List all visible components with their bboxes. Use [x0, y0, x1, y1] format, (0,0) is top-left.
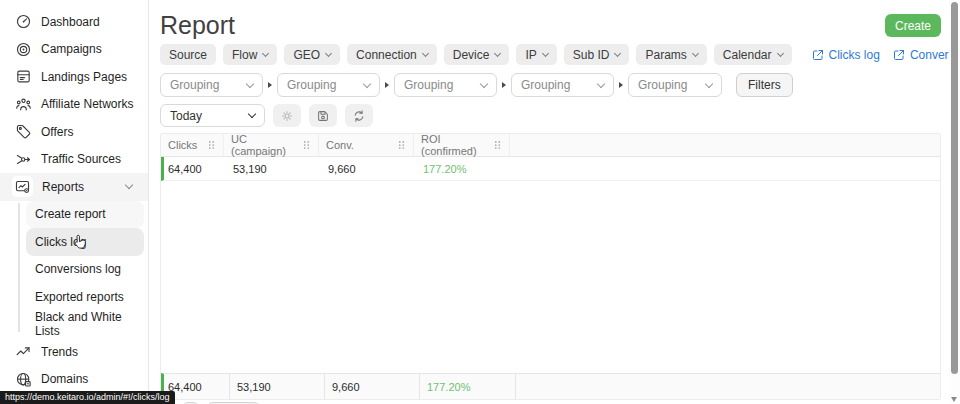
chevron-down-icon [692, 49, 699, 56]
table-row[interactable]: 64,400 53,190 9,660 177.20% [161, 157, 940, 181]
save-report-button[interactable] [309, 104, 337, 127]
sidebar-item-label: Landings Pages [41, 70, 127, 84]
sidebar-item-clicks-log[interactable]: Clicks log [26, 228, 144, 256]
chip-label: IP [525, 48, 536, 62]
sidebar-item-black-white-lists[interactable]: Black and White Lists [26, 311, 144, 339]
drag-handle-icon[interactable] [303, 140, 310, 150]
sidebar-item-campaigns[interactable]: Campaigns [0, 36, 148, 64]
sidebar-item-dashboard[interactable]: Dashboard [0, 8, 148, 36]
create-button[interactable]: Create [885, 14, 941, 37]
column-label: ROI (confirmed) [421, 133, 494, 157]
sidebar-item-traffic-sources[interactable]: Traffic Sources [0, 146, 148, 174]
sidebar-item-trends[interactable]: Trends [0, 338, 148, 366]
drag-handle-icon[interactable] [494, 140, 501, 150]
chevron-down-icon [363, 79, 371, 87]
chevron-down-icon [125, 181, 133, 189]
dashboard-icon [14, 13, 32, 31]
chevron-down-icon [262, 49, 269, 56]
sidebar-subitem-label: Exported reports [35, 290, 124, 304]
sidebar-item-landings-pages[interactable]: Landings Pages [0, 63, 148, 91]
offers-icon [14, 123, 32, 141]
filter-chips-row: Source Flow GEO Connection Device IP Sub… [160, 44, 941, 65]
chip-label: Calendar [723, 48, 772, 62]
grouping-separator-arrow [385, 82, 389, 88]
grouping-separator-arrow [268, 82, 272, 88]
filter-chip-geo[interactable]: GEO [284, 44, 340, 65]
scrollbar-thumb[interactable] [951, 2, 958, 374]
filter-chip-source[interactable]: Source [160, 44, 216, 65]
refresh-button[interactable] [345, 104, 373, 127]
sidebar-item-offers[interactable]: Offers [0, 118, 148, 146]
column-header-roi-confirmed[interactable]: ROI (confirmed) [413, 134, 509, 156]
domains-icon [14, 370, 32, 388]
sidebar-item-domains[interactable]: Domains [0, 366, 148, 394]
affiliate-networks-icon [14, 95, 32, 113]
sidebar-item-label: Reports [42, 180, 84, 194]
drag-handle-icon[interactable] [398, 140, 405, 150]
sidebar-item-reports[interactable]: Reports [0, 173, 148, 201]
filter-chip-connection[interactable]: Connection [347, 44, 437, 65]
link-label: Clicks log [829, 48, 880, 62]
sidebar-subitem-label: Conversions log [35, 262, 121, 276]
grouping-select-2[interactable]: Grouping [277, 73, 380, 97]
filter-chip-device[interactable]: Device [444, 44, 510, 65]
summary-roi-confirmed: 177.20% [419, 374, 515, 399]
reports-icon [12, 176, 33, 197]
gear-icon [280, 109, 294, 123]
chevron-down-icon [494, 49, 501, 56]
scrollbar-down-arrow[interactable] [951, 397, 957, 402]
column-label: Conv. [326, 139, 354, 151]
cell-uc-campaign: 53,190 [226, 163, 321, 175]
grouping-select-4[interactable]: Grouping [511, 73, 614, 97]
landings-pages-icon [14, 68, 32, 86]
filter-chip-calendar[interactable]: Calendar [714, 44, 792, 65]
reports-submenu: Create report Clicks log Conversions log… [0, 201, 148, 339]
table-summary-row: 64,400 53,190 9,660 177.20% [161, 373, 940, 399]
column-header-clicks[interactable]: Clicks [161, 134, 223, 156]
grouping-select-5[interactable]: Grouping [628, 73, 722, 97]
sidebar-item-label: Traffic Sources [41, 152, 121, 166]
grouping-row: Grouping Grouping Grouping Grouping Grou… [160, 73, 960, 97]
filter-chip-sub-id[interactable]: Sub ID [564, 44, 630, 65]
sidebar-subitem-label: Black and White Lists [35, 310, 144, 338]
drag-handle-icon[interactable] [208, 140, 215, 150]
grouping-value: Grouping [170, 78, 219, 92]
sidebar-item-label: Campaigns [41, 42, 102, 56]
column-header-uc-campaign[interactable]: UC (campaign) [223, 134, 318, 156]
traffic-sources-icon [14, 150, 32, 168]
sidebar-item-affiliate-networks[interactable]: Affiliate Networks [0, 91, 148, 119]
page-title: Report [160, 10, 235, 40]
chip-label: Device [453, 48, 490, 62]
date-range-select[interactable]: Today [160, 104, 265, 127]
grouping-value: Grouping [521, 78, 570, 92]
filter-chip-flow[interactable]: Flow [223, 44, 277, 65]
chevron-down-icon [776, 49, 783, 56]
settings-button[interactable] [273, 104, 301, 127]
report-table: Clicks UC (campaign) Conv. ROI (confirme… [160, 133, 941, 400]
external-link-icon [812, 49, 824, 61]
summary-uc-campaign: 53,190 [229, 374, 324, 399]
column-header-conv[interactable]: Conv. [318, 134, 413, 156]
clicks-log-link[interactable]: Clicks log [812, 48, 880, 62]
save-icon [316, 109, 330, 123]
summary-conv: 9,660 [324, 374, 419, 399]
chevron-down-icon [325, 49, 332, 56]
cell-roi-confirmed: 177.20% [416, 163, 512, 175]
chevron-down-icon [422, 49, 429, 56]
column-label: Clicks [168, 139, 197, 151]
grouping-separator-arrow [502, 82, 506, 88]
grouping-select-1[interactable]: Grouping [160, 73, 263, 97]
filter-chip-ip[interactable]: IP [516, 44, 556, 65]
filters-button[interactable]: Filters [736, 73, 793, 97]
grouping-select-3[interactable]: Grouping [394, 73, 497, 97]
column-header-filler [509, 134, 940, 156]
sidebar-item-create-report[interactable]: Create report [26, 201, 144, 229]
sidebar-item-exported-reports[interactable]: Exported reports [26, 283, 144, 311]
vertical-scrollbar[interactable] [949, 0, 960, 404]
sidebar-item-label: Trends [41, 345, 78, 359]
table-empty-area [161, 181, 940, 373]
sidebar-item-conversions-log[interactable]: Conversions log [26, 256, 144, 284]
date-range-value: Today [170, 109, 202, 123]
filter-chip-params[interactable]: Params [636, 44, 706, 65]
sidebar-subitem-label: Create report [35, 207, 106, 221]
